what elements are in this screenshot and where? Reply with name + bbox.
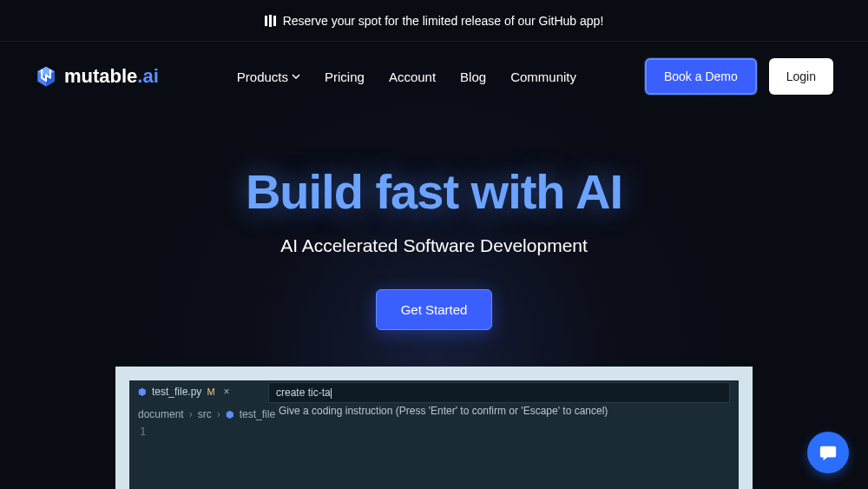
editor-tab[interactable]: ⬢ test_file.py M ×	[129, 380, 239, 403]
breadcrumb-part[interactable]: src	[198, 408, 212, 420]
nav-community-label: Community	[510, 69, 576, 84]
chat-icon	[819, 443, 838, 462]
book-demo-button[interactable]: Book a Demo	[645, 58, 757, 95]
navbar: mutable.ai Products Pricing Account Blog…	[0, 42, 868, 111]
breadcrumb-part[interactable]: test_file	[240, 408, 275, 420]
breadcrumb-separator: ›	[189, 408, 193, 420]
banner-icon	[265, 15, 276, 27]
nav-actions: Book a Demo Login	[645, 58, 833, 95]
chevron-down-icon	[292, 74, 300, 79]
logo-cube-icon	[35, 65, 57, 88]
nav-pricing-label: Pricing	[325, 69, 365, 84]
tab-filename: test_file.py	[152, 386, 201, 398]
hero-section: Build fast with AI AI Accelerated Softwa…	[0, 163, 868, 330]
line-number: 1	[140, 426, 146, 438]
python-file-icon: ⬢	[226, 409, 234, 420]
nav-account[interactable]: Account	[389, 69, 436, 84]
nav-products-label: Products	[237, 69, 288, 84]
nav-blog[interactable]: Blog	[460, 69, 486, 84]
tab-modified-indicator: M	[207, 387, 214, 397]
nav-pricing[interactable]: Pricing	[325, 69, 365, 84]
close-icon[interactable]: ×	[224, 386, 230, 398]
nav-products[interactable]: Products	[237, 69, 300, 84]
editor-preview: ⬢ test_file.py M × create tic-ta documen…	[115, 367, 753, 489]
logo-text: mutable.ai	[64, 65, 159, 88]
breadcrumb-separator: ›	[217, 408, 220, 420]
nav-blog-label: Blog	[460, 69, 486, 84]
announcement-banner[interactable]: Reserve your spot for the limited releas…	[0, 0, 868, 42]
command-input[interactable]: create tic-ta	[268, 382, 730, 403]
banner-text: Reserve your spot for the limited releas…	[283, 14, 604, 28]
python-file-icon: ⬢	[138, 387, 147, 398]
command-hint: Give a coding instruction (Press 'Enter'…	[279, 405, 608, 417]
get-started-button[interactable]: Get Started	[376, 289, 493, 330]
breadcrumb-part[interactable]: document	[138, 408, 184, 420]
hero-title: Build fast with AI	[0, 163, 868, 220]
nav-community[interactable]: Community	[510, 69, 576, 84]
chat-button[interactable]	[807, 432, 849, 473]
login-button[interactable]: Login	[769, 58, 833, 95]
nav-links: Products Pricing Account Blog Community	[237, 69, 576, 84]
logo[interactable]: mutable.ai	[35, 65, 159, 88]
nav-account-label: Account	[389, 69, 436, 84]
editor-inner: ⬢ test_file.py M × create tic-ta documen…	[129, 380, 739, 489]
hero-subtitle: AI Accelerated Software Development	[0, 235, 868, 256]
command-input-value: create tic-ta	[276, 387, 331, 399]
